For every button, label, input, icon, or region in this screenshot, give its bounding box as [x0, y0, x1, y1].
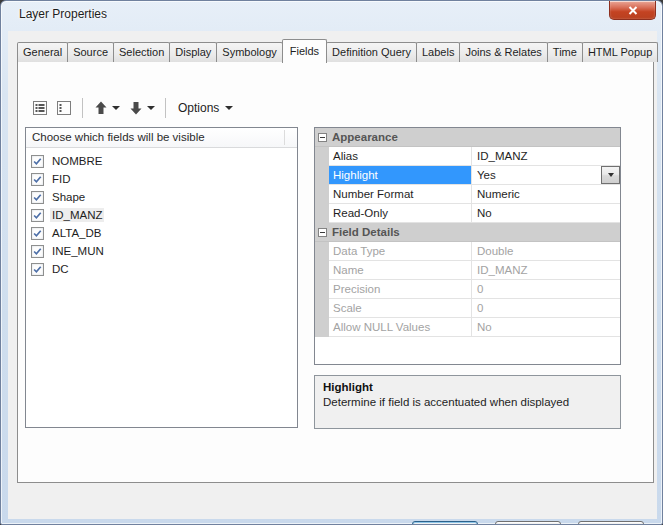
visible-fields-panel: Choose which fields will be visible NOMB… [25, 127, 298, 428]
property-section-header[interactable]: Field Details [315, 223, 620, 242]
field-row-shape[interactable]: Shape [26, 188, 297, 206]
check-icon [32, 246, 43, 257]
property-value[interactable]: Yes [472, 166, 620, 185]
field-checkbox[interactable] [31, 173, 44, 186]
tab-html-popup[interactable]: HTML Popup [582, 42, 658, 62]
tab-symbology[interactable]: Symbology [216, 42, 282, 62]
property-value[interactable]: No [472, 318, 620, 337]
check-icon [32, 264, 43, 275]
field-checkbox[interactable] [31, 191, 44, 204]
field-label: INE_MUN [50, 244, 106, 258]
field-checkbox[interactable] [31, 245, 44, 258]
turn-all-fields-off-button[interactable] [53, 98, 75, 118]
row-gutter [315, 185, 329, 204]
field-row-dc[interactable]: DC [26, 260, 297, 278]
check-icon [32, 156, 43, 167]
property-label: Number Format [329, 185, 472, 204]
row-gutter [315, 147, 329, 166]
value-dropdown-button[interactable] [601, 166, 620, 184]
check-icon [32, 174, 43, 185]
toolbar-separator [165, 98, 166, 118]
collapse-section-icon[interactable] [318, 133, 327, 142]
tab-time[interactable]: Time [547, 42, 583, 62]
row-gutter [315, 261, 329, 280]
tab-joins-relates[interactable]: Joins & Relates [459, 42, 547, 62]
property-value-text: No [477, 321, 492, 333]
field-row-id_manz[interactable]: ID_MANZ [26, 206, 297, 224]
header-column-separator [284, 130, 285, 145]
property-row-name[interactable]: NameID_MANZ [315, 261, 620, 280]
property-description-text: Determine if field is accentuated when d… [323, 396, 612, 408]
field-checkbox[interactable] [31, 227, 44, 240]
property-value-text: ID_MANZ [477, 150, 527, 162]
property-row-precision[interactable]: Precision0 [315, 280, 620, 299]
property-row-scale[interactable]: Scale0 [315, 299, 620, 318]
property-value[interactable]: 0 [472, 280, 620, 299]
tab-selection[interactable]: Selection [113, 42, 170, 62]
move-field-down-button[interactable] [125, 98, 158, 118]
property-value[interactable]: Numeric [472, 185, 620, 204]
turn-all-fields-on-button[interactable] [29, 98, 51, 118]
move-field-up-button[interactable] [90, 98, 123, 118]
field-row-nombre[interactable]: NOMBRE [26, 152, 297, 170]
property-value-text: Double [477, 245, 513, 257]
all-fields-off-icon [56, 100, 72, 116]
all-fields-on-icon [32, 100, 48, 116]
property-row-data-type[interactable]: Data TypeDouble [315, 242, 620, 261]
tab-display[interactable]: Display [169, 42, 217, 62]
field-checkbox[interactable] [31, 155, 44, 168]
tab-general[interactable]: General [17, 42, 68, 62]
dropdown-caret-icon [608, 173, 614, 177]
fields-toolbar: Options [28, 95, 239, 121]
property-description-box: Highlight Determine if field is accentua… [314, 375, 621, 429]
tab-fields[interactable]: Fields [282, 39, 327, 63]
property-label: Scale [329, 299, 472, 318]
field-properties-grid: AppearanceAliasID_MANZHighlightYesNumber… [314, 127, 621, 365]
move-down-icon [128, 100, 144, 116]
titlebar[interactable]: Layer Properties [1, 1, 662, 31]
field-label: Shape [50, 190, 87, 204]
property-row-number-format[interactable]: Number FormatNumeric [315, 185, 620, 204]
field-label: FID [50, 172, 73, 186]
field-checkbox[interactable] [31, 263, 44, 276]
property-value[interactable]: ID_MANZ [472, 261, 620, 280]
tab-source[interactable]: Source [67, 42, 114, 62]
field-checkbox[interactable] [31, 209, 44, 222]
field-row-alta_db[interactable]: ALTA_DB [26, 224, 297, 242]
options-label: Options [178, 101, 219, 115]
field-label: DC [50, 262, 71, 276]
property-row-highlight[interactable]: HighlightYes [315, 166, 620, 185]
cancelar-button[interactable]: Cancelar [495, 521, 561, 525]
property-label: Alias [329, 147, 472, 166]
row-gutter [315, 299, 329, 318]
tab-definition-query[interactable]: Definition Query [326, 42, 417, 62]
property-value[interactable]: 0 [472, 299, 620, 318]
property-description-title: Highlight [323, 381, 612, 393]
property-value[interactable]: No [472, 204, 620, 223]
aplicar-button[interactable]: Aplicar [578, 521, 644, 525]
collapse-section-icon[interactable] [318, 228, 327, 237]
property-row-alias[interactable]: AliasID_MANZ [315, 147, 620, 166]
property-label: Highlight [329, 166, 472, 185]
property-value-text: 0 [477, 302, 483, 314]
field-list: NOMBREFIDShapeID_MANZALTA_DBINE_MUNDC [26, 148, 297, 278]
tab-labels[interactable]: Labels [416, 42, 460, 62]
close-icon [628, 6, 638, 15]
row-gutter [315, 242, 329, 261]
row-gutter [315, 280, 329, 299]
field-label: ID_MANZ [50, 208, 104, 222]
close-button[interactable] [609, 1, 656, 20]
fields-list-header[interactable]: Choose which fields will be visible [26, 128, 297, 148]
property-value-text: Yes [477, 169, 496, 181]
field-row-ine_mun[interactable]: INE_MUN [26, 242, 297, 260]
options-button[interactable]: Options [173, 99, 238, 117]
property-row-allow-null-values[interactable]: Allow NULL ValuesNo [315, 318, 620, 337]
property-row-read-only[interactable]: Read-OnlyNo [315, 204, 620, 223]
property-value[interactable]: ID_MANZ [472, 147, 620, 166]
property-value[interactable]: Double [472, 242, 620, 261]
property-section-header[interactable]: Appearance [315, 128, 620, 147]
move-up-menu-caret-icon [112, 106, 120, 110]
aceptar-button[interactable]: Aceptar [412, 521, 478, 525]
field-row-fid[interactable]: FID [26, 170, 297, 188]
property-label: Allow NULL Values [329, 318, 472, 337]
